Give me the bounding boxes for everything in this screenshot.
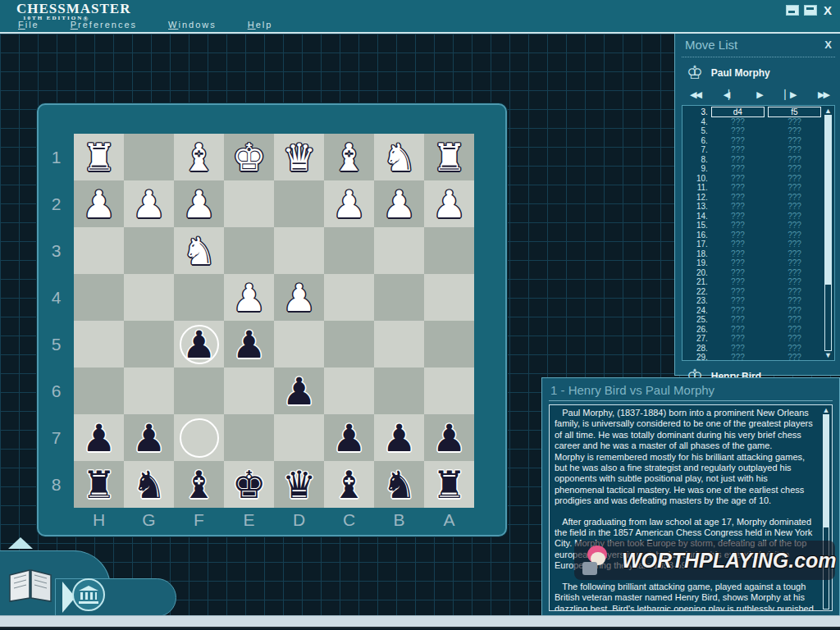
move-row[interactable]: 15.??????: [684, 221, 821, 231]
square-a4[interactable]: [424, 274, 474, 321]
square-a6[interactable]: [424, 368, 474, 414]
black-move[interactable]: ???: [768, 344, 821, 353]
move-table[interactable]: 3.d4f54.??????5.??????6.??????7.??????8.…: [682, 105, 835, 361]
black-knight-piece[interactable]: ♞: [382, 466, 416, 504]
square-e2[interactable]: [224, 180, 274, 227]
opening-book-icon[interactable]: [7, 565, 54, 606]
black-move[interactable]: ???: [768, 287, 821, 296]
square-d5[interactable]: [274, 321, 324, 368]
black-pawn-piece[interactable]: ♟: [82, 419, 116, 457]
square-d8[interactable]: ♛: [274, 461, 324, 508]
white-move[interactable]: ???: [711, 249, 765, 258]
step-forward-button[interactable]: ▏▶: [784, 89, 795, 100]
black-knight-piece[interactable]: ♞: [132, 466, 166, 504]
white-rook-piece[interactable]: ♜: [82, 139, 116, 176]
black-move[interactable]: ???: [768, 334, 821, 343]
square-a1[interactable]: ♜: [424, 134, 474, 180]
black-pawn-piece[interactable]: ♟: [232, 326, 266, 363]
move-row[interactable]: 6.??????: [684, 136, 821, 146]
square-b6[interactable]: [374, 368, 424, 414]
white-rook-piece[interactable]: ♜: [432, 139, 466, 176]
white-knight-piece[interactable]: ♞: [382, 139, 416, 176]
square-b8[interactable]: ♞: [374, 461, 424, 508]
move-table-scrollbar[interactable]: ▲ ▼: [823, 107, 833, 359]
white-pawn-piece[interactable]: ♟: [82, 185, 116, 223]
white-move[interactable]: ???: [711, 126, 765, 135]
square-h7[interactable]: ♟: [74, 414, 124, 461]
white-move[interactable]: ???: [711, 353, 765, 361]
white-move[interactable]: ???: [711, 212, 765, 221]
white-move[interactable]: ???: [711, 296, 765, 305]
black-move[interactable]: ???: [768, 221, 821, 230]
white-move[interactable]: ???: [711, 334, 765, 343]
white-move[interactable]: ???: [711, 258, 765, 267]
black-pawn-piece[interactable]: ♟: [432, 419, 466, 457]
square-g8[interactable]: ♞: [124, 461, 174, 508]
square-e6[interactable]: [224, 368, 274, 414]
move-row[interactable]: 23.??????: [684, 296, 821, 306]
black-pawn-piece[interactable]: ♟: [382, 419, 416, 457]
white-move[interactable]: d4: [711, 107, 765, 117]
black-move[interactable]: ???: [768, 183, 821, 192]
square-a7[interactable]: ♟: [424, 414, 474, 461]
move-row[interactable]: 19.??????: [684, 258, 821, 268]
black-pawn-piece[interactable]: ♟: [282, 372, 316, 410]
white-move[interactable]: ???: [711, 344, 765, 353]
black-move[interactable]: ???: [768, 117, 821, 126]
square-c7[interactable]: ♟: [324, 414, 374, 461]
square-h6[interactable]: [74, 368, 124, 414]
black-move[interactable]: ???: [768, 306, 821, 315]
black-move[interactable]: ???: [768, 136, 821, 145]
square-g6[interactable]: [124, 368, 174, 414]
square-b2[interactable]: ♟: [374, 180, 424, 227]
play-forward-button[interactable]: ▶: [756, 89, 761, 100]
square-b7[interactable]: ♟: [374, 414, 424, 461]
square-e1[interactable]: ♚: [224, 134, 274, 180]
move-row[interactable]: 12.??????: [684, 193, 821, 203]
white-move[interactable]: ???: [711, 193, 765, 202]
white-move[interactable]: ???: [711, 202, 765, 211]
scroll-up-icon[interactable]: ▲: [823, 406, 830, 414]
square-e4[interactable]: ♟: [224, 274, 274, 321]
square-h5[interactable]: [74, 321, 124, 368]
white-move[interactable]: ???: [711, 145, 765, 154]
square-d1[interactable]: ♛: [274, 134, 324, 180]
minimize-button[interactable]: [786, 5, 799, 16]
square-g7[interactable]: ♟: [124, 414, 174, 461]
square-b5[interactable]: [374, 321, 424, 368]
white-move[interactable]: ???: [711, 306, 765, 315]
move-row[interactable]: 24.??????: [684, 306, 821, 316]
move-row[interactable]: 14.??????: [684, 212, 821, 221]
black-move[interactable]: ???: [768, 231, 821, 240]
white-pawn-piece[interactable]: ♟: [132, 185, 166, 223]
square-a8[interactable]: ♜: [424, 461, 474, 508]
black-move[interactable]: ???: [768, 315, 821, 324]
white-move[interactable]: ???: [711, 174, 765, 183]
square-f8[interactable]: ♝: [174, 461, 224, 508]
move-row[interactable]: 27.??????: [684, 334, 821, 344]
move-row[interactable]: 4.??????: [684, 117, 821, 127]
white-move[interactable]: ???: [711, 221, 765, 230]
move-row[interactable]: 10.??????: [684, 174, 821, 184]
black-pawn-piece[interactable]: ♟: [332, 419, 366, 457]
square-f3[interactable]: ♞: [174, 227, 224, 274]
white-move[interactable]: ???: [711, 240, 765, 249]
square-h3[interactable]: [74, 227, 124, 274]
square-a3[interactable]: [424, 227, 474, 274]
square-f5[interactable]: ♟: [174, 321, 224, 368]
move-row[interactable]: 17.??????: [684, 240, 821, 249]
black-move[interactable]: ???: [768, 240, 821, 249]
fast-forward-button[interactable]: ▶▶: [818, 89, 829, 100]
black-queen-piece[interactable]: ♛: [282, 466, 316, 504]
restore-button[interactable]: [804, 5, 817, 16]
black-move[interactable]: ???: [768, 296, 821, 305]
square-h1[interactable]: ♜: [74, 134, 124, 180]
black-pawn-piece[interactable]: ♟: [182, 326, 216, 363]
black-move[interactable]: ???: [768, 164, 821, 173]
white-bishop-piece[interactable]: ♝: [182, 139, 216, 176]
white-move[interactable]: ???: [711, 315, 765, 324]
white-move[interactable]: ???: [711, 183, 765, 192]
black-move[interactable]: ???: [768, 145, 821, 154]
move-row[interactable]: 3.d4f5: [684, 107, 821, 117]
move-row[interactable]: 26.??????: [684, 325, 821, 335]
